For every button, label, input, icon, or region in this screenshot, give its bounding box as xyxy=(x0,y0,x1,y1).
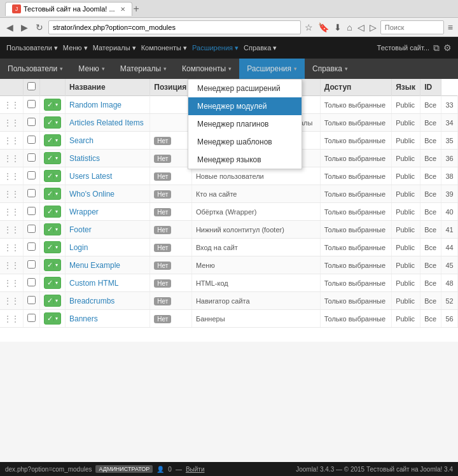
nav-item-extensions[interactable]: Расширения ▾ xyxy=(239,59,305,79)
status-button[interactable]: ✓ ▾ xyxy=(44,99,61,111)
menu-icon[interactable]: ≡ xyxy=(447,21,454,34)
status-button[interactable]: ✓ ▾ xyxy=(44,152,61,164)
bookmark-icon[interactable]: 🔖 xyxy=(317,21,330,34)
url-input[interactable] xyxy=(48,20,301,34)
status-button[interactable]: ✓ ▾ xyxy=(44,312,61,325)
nav-item-components[interactable]: Компоненты ▾ xyxy=(174,59,239,79)
drag-handle[interactable]: ⋮⋮ xyxy=(0,221,24,239)
col-access[interactable]: Доступ xyxy=(320,79,391,96)
drag-handle[interactable]: ⋮⋮ xyxy=(0,96,24,114)
row-checkbox-cell xyxy=(24,132,40,150)
external-link-icon[interactable]: ⧉ xyxy=(433,43,440,53)
row-checkbox[interactable] xyxy=(27,225,36,233)
module-name-link[interactable]: Custom HTML xyxy=(69,279,118,288)
check-icon: ✓ xyxy=(47,118,53,127)
status-button[interactable]: ✓ ▾ xyxy=(44,295,61,307)
status-button[interactable]: ✓ ▾ xyxy=(44,206,61,218)
home-icon[interactable]: ⌂ xyxy=(345,21,353,34)
row-checkbox[interactable] xyxy=(27,100,36,108)
back-arrow-icon[interactable]: ◁ xyxy=(356,21,366,34)
drag-handle[interactable]: ⋮⋮ xyxy=(0,167,24,185)
drag-handle[interactable]: ⋮⋮ xyxy=(0,310,24,328)
drag-handle[interactable]: ⋮⋮ xyxy=(0,274,24,292)
row-checkbox[interactable] xyxy=(27,207,36,215)
nav-item-materials[interactable]: Материалы ▾ xyxy=(113,59,174,79)
drag-handle[interactable]: ⋮⋮ xyxy=(0,203,24,221)
module-name-link[interactable]: Login xyxy=(69,243,88,252)
tab-area: J Тестовый сайт на Joomla! ... ✕ + xyxy=(5,2,453,16)
forward-arrow-icon[interactable]: ▷ xyxy=(368,21,378,34)
header-nav-2[interactable]: Меню ▾ xyxy=(63,44,88,52)
forward-button[interactable]: ▶ xyxy=(18,21,31,34)
position-badge: Нет xyxy=(154,172,171,181)
drag-handle[interactable]: ⋮⋮ xyxy=(0,132,24,150)
row-checkbox-cell xyxy=(24,167,40,185)
dropdown-item-languages-manager[interactable]: Менеджер языков xyxy=(188,151,302,169)
star-icon[interactable]: ☆ xyxy=(303,21,314,34)
module-name-link[interactable]: Search xyxy=(69,136,94,145)
row-checkbox[interactable] xyxy=(27,314,36,322)
download-icon[interactable]: ⬇ xyxy=(333,21,343,34)
row-checkbox[interactable] xyxy=(27,242,36,251)
col-id[interactable]: ID xyxy=(420,79,441,96)
table-row: ⋮⋮ ✓ ▾ Users Latest Нет Новые пользовате… xyxy=(0,167,458,185)
col-lang[interactable]: Язык xyxy=(392,79,420,96)
header-nav-1[interactable]: Пользователи ▾ xyxy=(6,44,58,52)
drag-handle[interactable]: ⋮⋮ xyxy=(0,239,24,256)
settings-icon[interactable]: ⚙ xyxy=(443,43,452,53)
module-name-link[interactable]: Footer xyxy=(69,225,92,234)
browser-tab-active[interactable]: J Тестовый сайт на Joomla! ... ✕ xyxy=(5,2,132,16)
tab-close-button[interactable]: ✕ xyxy=(120,6,125,13)
col-position[interactable]: Позиция xyxy=(150,79,192,96)
drag-handle[interactable]: ⋮⋮ xyxy=(0,292,24,310)
row-checkbox[interactable] xyxy=(27,260,36,269)
module-name-link[interactable]: Random Image xyxy=(69,101,121,109)
row-checkbox[interactable] xyxy=(27,136,36,144)
row-checkbox[interactable] xyxy=(27,189,36,197)
status-button[interactable]: ✓ ▾ xyxy=(44,116,61,129)
status-button[interactable]: ✓ ▾ xyxy=(44,241,61,253)
dropdown-item-templates-manager[interactable]: Менеджер шаблонов xyxy=(188,133,302,151)
module-name-link[interactable]: Who's Online xyxy=(69,190,114,199)
status-button[interactable]: ✓ ▾ xyxy=(44,188,61,200)
status-button[interactable]: ✓ ▾ xyxy=(44,223,61,235)
drag-handle[interactable]: ⋮⋮ xyxy=(0,185,24,203)
row-checkbox[interactable] xyxy=(27,278,36,286)
new-tab-button[interactable]: + xyxy=(134,3,139,15)
module-name-link[interactable]: Wrapper xyxy=(69,207,99,216)
drag-handle[interactable]: ⋮⋮ xyxy=(0,114,24,132)
refresh-button[interactable]: ↻ xyxy=(33,21,46,34)
header-nav-6[interactable]: Справка ▾ xyxy=(244,44,277,52)
nav-item-users[interactable]: Пользователи ▾ xyxy=(0,59,71,79)
status-button[interactable]: ✓ ▾ xyxy=(44,170,61,182)
module-name-link[interactable]: Menu Example xyxy=(69,261,120,270)
module-name-link[interactable]: Articles Related Items xyxy=(69,118,144,127)
header-nav-4[interactable]: Компоненты ▾ xyxy=(141,44,187,52)
status-button[interactable]: ✓ ▾ xyxy=(44,134,61,146)
module-name-link[interactable]: Users Latest xyxy=(69,172,112,181)
nav-item-menu[interactable]: Меню ▾ xyxy=(71,59,112,79)
browser-search-input[interactable] xyxy=(380,20,444,34)
module-name-link[interactable]: Statistics xyxy=(69,154,100,163)
position-badge: Нет xyxy=(154,208,171,216)
header-nav-3[interactable]: Материалы ▾ xyxy=(93,44,136,52)
nav-arrow-components: ▾ xyxy=(228,66,232,72)
nav-item-help[interactable]: Справка ▾ xyxy=(305,59,356,79)
select-all-checkbox[interactable] xyxy=(27,82,36,90)
dropdown-item-extensions-manager[interactable]: Менеджер расширений xyxy=(188,80,302,97)
drag-handle[interactable]: ⋮⋮ xyxy=(0,150,24,167)
status-button[interactable]: ✓ ▾ xyxy=(44,259,61,271)
row-checkbox[interactable] xyxy=(27,296,36,304)
col-name[interactable]: Название xyxy=(66,79,150,96)
back-button[interactable]: ◀ xyxy=(4,21,16,34)
dropdown-item-modules-manager[interactable]: Менеджер модулей xyxy=(188,97,302,115)
status-button[interactable]: ✓ ▾ xyxy=(44,277,61,289)
row-checkbox[interactable] xyxy=(27,153,36,162)
dropdown-item-plugins-manager[interactable]: Менеджер плагинов xyxy=(188,115,302,133)
module-name-link[interactable]: Breadcrumbs xyxy=(69,297,114,305)
header-nav-5[interactable]: Расширения ▾ xyxy=(192,44,239,52)
row-checkbox[interactable] xyxy=(27,118,36,126)
module-name-link[interactable]: Banners xyxy=(69,314,98,323)
drag-handle[interactable]: ⋮⋮ xyxy=(0,256,24,274)
row-checkbox[interactable] xyxy=(27,171,36,179)
